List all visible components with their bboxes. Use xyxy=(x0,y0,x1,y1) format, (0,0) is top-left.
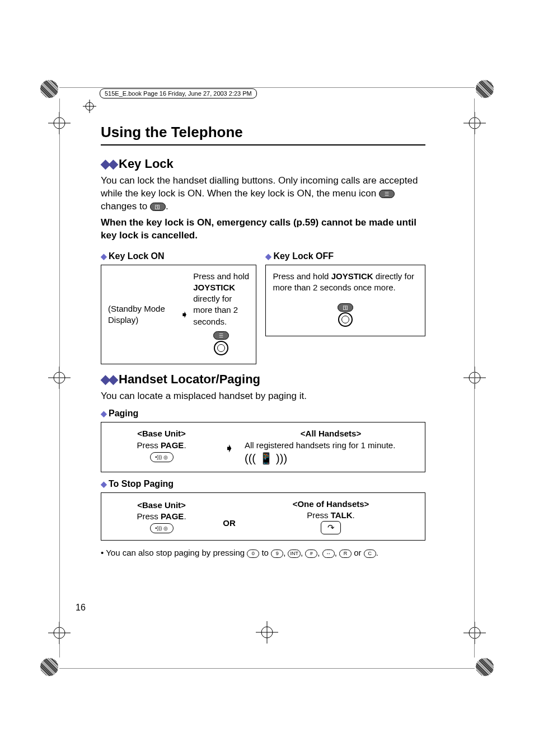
keylock-text2: changes to xyxy=(101,201,147,212)
key-xfer-icon: ↔ xyxy=(322,550,335,558)
joystick-label: JOYSTICK xyxy=(193,283,235,292)
page-key-label: PAGE xyxy=(161,511,184,521)
base-unit-label: <Base Unit> xyxy=(109,428,214,439)
key-int-icon: INT xyxy=(288,550,301,558)
diamond-icon: ◆ xyxy=(101,409,107,418)
joystick-icon xyxy=(338,312,353,327)
page-button-icon: •))) ◎ xyxy=(150,452,174,462)
keylock-warn: When the key lock is ON, emergency calls… xyxy=(101,217,425,242)
paging-heading: Handset Locator/Paging xyxy=(119,372,260,386)
keylock-intro: You can lock the handset dialling button… xyxy=(101,175,425,213)
key-hash-icon: # xyxy=(305,550,317,558)
one-handset-label: <One of Handsets> xyxy=(245,499,417,510)
press-label: Press xyxy=(137,511,161,521)
menu-icon: ☰ xyxy=(213,331,229,340)
print-reg-hatched xyxy=(476,80,494,98)
lock-icon: ⚿ xyxy=(338,303,353,312)
press-label: Press xyxy=(137,440,161,450)
joystick-icon xyxy=(214,341,228,355)
diamond-icon: ◆◆ xyxy=(101,372,116,386)
key-r-icon: R xyxy=(339,550,352,558)
paging-footnote: • You can also stop paging by pressing 0… xyxy=(101,547,425,558)
lock-icon: ⚿ xyxy=(150,203,166,211)
key-c-icon: C xyxy=(364,550,376,558)
print-reg-mark xyxy=(463,112,486,134)
arrow-right-icon: ➧ xyxy=(225,443,233,454)
keylock-on-text-b: directly for more than 2 seconds. xyxy=(193,294,238,326)
section-keylock: ◆◆Key Lock xyxy=(101,157,425,171)
paging-intro: You can locate a misplaced handset by pa… xyxy=(101,390,425,403)
period: . xyxy=(166,201,168,212)
keylock-off-label: ◆Key Lock OFF xyxy=(265,251,425,261)
keylock-on-label: ◆Key Lock ON xyxy=(101,251,256,261)
print-reg-mark xyxy=(463,367,486,389)
crop-line xyxy=(474,98,475,658)
keylock-text1: You can lock the handset dialling button… xyxy=(101,175,418,199)
menu-icon: ☰ xyxy=(379,190,395,198)
talk-button-icon: ↷ xyxy=(321,521,341,534)
arrow-right-icon: ➧ xyxy=(180,308,189,321)
base-unit-label: <Base Unit> xyxy=(109,500,214,511)
page-title: Using the Telephone xyxy=(101,124,425,145)
press-label: Press xyxy=(307,510,331,520)
page-number: 16 xyxy=(76,603,86,613)
page-key-label: PAGE xyxy=(161,440,184,450)
crop-line xyxy=(59,87,475,88)
all-handsets-label: <All Handsets> xyxy=(245,428,417,439)
print-reg-hatched xyxy=(40,658,58,676)
or-label: OR xyxy=(214,504,245,529)
joystick-label: JOYSTICK xyxy=(331,271,373,281)
keylock-heading: Key Lock xyxy=(119,157,174,171)
keylock-off-text-a: Press and hold xyxy=(273,271,331,281)
print-reg-hatched xyxy=(40,80,58,98)
print-reg-hatched xyxy=(476,658,494,676)
print-reg-mark xyxy=(463,622,486,644)
diamond-icon: ◆◆ xyxy=(101,157,116,171)
paging-sub1: ◆Paging xyxy=(101,408,425,419)
diamond-icon: ◆ xyxy=(265,252,271,261)
keylock-on-text-a: Press and hold xyxy=(193,271,249,281)
diamond-icon: ◆ xyxy=(101,480,107,489)
crop-line xyxy=(59,668,475,669)
crop-line xyxy=(59,98,60,658)
paging-sub2: ◆To Stop Paging xyxy=(101,479,425,489)
talk-key-label: TALK xyxy=(331,510,353,520)
all-handsets-text: All registered handsets ring for 1 minut… xyxy=(245,440,417,451)
diamond-icon: ◆ xyxy=(101,252,107,261)
print-reg-mark xyxy=(256,621,278,644)
section-paging: ◆◆Handset Locator/Paging xyxy=(101,372,425,387)
handset-ring-icon: ((( 📱 ))) xyxy=(245,451,287,466)
page-button-icon: •))) ◎ xyxy=(150,523,174,533)
key-0-icon: 0 xyxy=(247,550,259,558)
key-9-icon: 9 xyxy=(271,550,283,558)
keylock-on-left: (Standby Mode Display) xyxy=(108,303,176,326)
